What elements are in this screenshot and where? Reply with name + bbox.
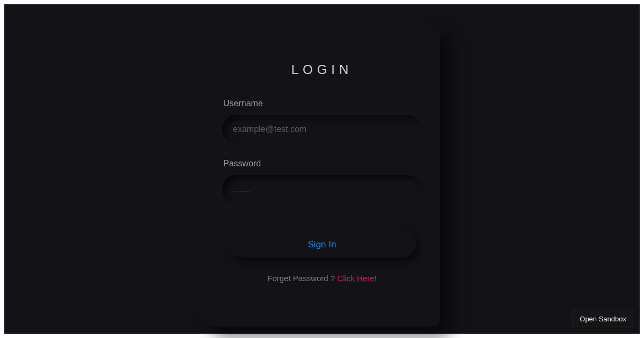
- login-title: LOGIN: [222, 62, 422, 77]
- forgot-password-row: Forget Password ? Click Here!: [222, 274, 422, 283]
- username-label: Username: [223, 99, 422, 108]
- password-label: Password: [223, 159, 422, 168]
- username-input[interactable]: [222, 115, 422, 144]
- login-card: LOGIN Username Password Sign In Forget P…: [204, 26, 440, 326]
- password-input[interactable]: [222, 175, 422, 204]
- signin-button[interactable]: Sign In: [228, 232, 416, 258]
- forgot-password-text: Forget Password ?: [267, 274, 337, 283]
- open-sandbox-button[interactable]: Open Sandbox: [573, 311, 633, 327]
- forgot-password-link[interactable]: Click Here!: [337, 274, 376, 283]
- password-group: Password: [222, 159, 422, 204]
- username-group: Username: [222, 99, 422, 144]
